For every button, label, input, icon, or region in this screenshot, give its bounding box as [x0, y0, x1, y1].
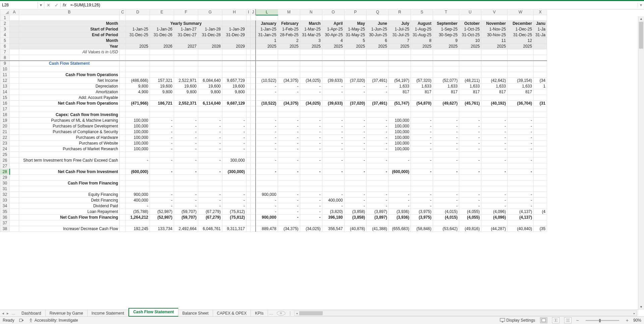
cell[interactable]: 31-May-25	[344, 32, 366, 38]
cell[interactable]: -	[174, 141, 198, 146]
cell[interactable]: 2025	[459, 44, 481, 49]
cell[interactable]: -	[198, 123, 222, 129]
confirm-icon[interactable]: ✓	[52, 3, 60, 8]
cell[interactable]: (4,096)	[481, 209, 507, 215]
cell[interactable]: 2028	[198, 44, 222, 49]
zoom-in-button[interactable]: +	[626, 318, 629, 323]
cell[interactable]	[251, 72, 256, 78]
col-header-N[interactable]: N	[300, 9, 322, 15]
col-header-M[interactable]: M	[278, 9, 300, 15]
cell[interactable]	[256, 72, 278, 78]
cell[interactable]: -	[459, 192, 481, 198]
col-header-S[interactable]: S	[411, 9, 433, 15]
cell[interactable]	[300, 220, 322, 226]
cell[interactable]: 2,552,371	[174, 101, 198, 106]
cell[interactable]	[120, 32, 126, 38]
cell[interactable]: -	[367, 198, 389, 203]
cell[interactable]: 30-Nov-25	[481, 32, 507, 38]
cell[interactable]	[19, 55, 120, 61]
sheet-tab-kpis[interactable]: KPIs	[251, 310, 268, 317]
cell[interactable]: (37,020)	[344, 78, 366, 84]
cell[interactable]	[300, 55, 322, 61]
cell[interactable]	[300, 61, 322, 66]
row-header-6[interactable]: 6	[0, 44, 10, 49]
cell[interactable]: 100,000	[389, 118, 411, 123]
cell[interactable]	[247, 180, 251, 186]
cell[interactable]	[344, 106, 366, 112]
cell[interactable]: -	[198, 158, 222, 163]
cell[interactable]	[256, 220, 278, 226]
col-header-H[interactable]: H	[222, 9, 247, 15]
cell[interactable]: 400,000	[126, 198, 150, 203]
cell[interactable]: -	[322, 123, 344, 129]
cell[interactable]: -	[481, 203, 507, 209]
cell[interactable]	[19, 106, 120, 112]
cell[interactable]	[247, 106, 251, 112]
spreadsheet-grid[interactable]: ABCDEFGHIJLMNOPQRSTUVWX12MonthYearly Sum…	[0, 9, 644, 316]
cell[interactable]: -	[481, 198, 507, 203]
cell[interactable]: 817	[433, 89, 459, 95]
cell[interactable]	[222, 49, 247, 55]
cell[interactable]	[10, 66, 19, 72]
cell[interactable]: -	[411, 146, 433, 152]
cell[interactable]: 2027	[174, 44, 198, 49]
cell[interactable]	[174, 112, 198, 118]
cell[interactable]	[251, 135, 256, 141]
cell[interactable]	[481, 15, 507, 21]
cell[interactable]	[126, 49, 150, 55]
cell[interactable]	[278, 163, 300, 169]
cell[interactable]	[433, 186, 459, 192]
cell[interactable]	[256, 15, 278, 21]
cell[interactable]	[411, 61, 433, 66]
cell[interactable]: -	[411, 129, 433, 135]
cell[interactable]: 2025	[411, 44, 433, 49]
cell[interactable]	[198, 61, 222, 66]
cell[interactable]: Purchases of Website	[19, 141, 120, 146]
hscroll-right-icon[interactable]: ▸	[632, 312, 637, 315]
cell[interactable]	[247, 123, 251, 129]
cell[interactable]	[126, 175, 150, 180]
cell[interactable]: 100,000	[126, 135, 150, 141]
cell[interactable]	[10, 203, 19, 209]
cell[interactable]	[120, 180, 126, 186]
cell[interactable]: 9,800	[222, 89, 247, 95]
cell[interactable]: (53,642)	[433, 226, 459, 232]
cell[interactable]: -	[411, 141, 433, 146]
cell[interactable]	[126, 180, 150, 186]
cell[interactable]: 2025	[507, 44, 534, 49]
cell[interactable]	[344, 175, 366, 180]
cell[interactable]	[198, 220, 222, 226]
cell[interactable]	[174, 61, 198, 66]
cell[interactable]: -	[459, 169, 481, 175]
fx-icon[interactable]: fx	[60, 3, 68, 7]
cell[interactable]	[10, 163, 19, 169]
cell[interactable]	[19, 152, 120, 158]
cell[interactable]	[534, 112, 547, 118]
cell[interactable]	[10, 72, 19, 78]
cell[interactable]	[278, 95, 300, 101]
cell[interactable]	[256, 163, 278, 169]
cell[interactable]	[534, 146, 547, 152]
cell[interactable]	[481, 72, 507, 78]
cell[interactable]	[507, 66, 534, 72]
cell[interactable]	[150, 61, 174, 66]
cell[interactable]	[322, 72, 344, 78]
cell[interactable]	[367, 55, 389, 61]
row-header-11[interactable]: 11	[0, 72, 10, 78]
cell[interactable]	[344, 61, 366, 66]
row-header-9[interactable]: 9	[0, 61, 10, 66]
cell[interactable]: -	[367, 135, 389, 141]
cell[interactable]: Net Income	[19, 78, 120, 84]
cell[interactable]	[120, 84, 126, 89]
cell[interactable]: October	[459, 21, 481, 26]
cell[interactable]: -	[300, 135, 322, 141]
view-normal-button[interactable]	[540, 317, 547, 323]
cell[interactable]	[433, 175, 459, 180]
cell[interactable]: 2025	[300, 44, 322, 49]
cell[interactable]	[507, 175, 534, 180]
cell[interactable]: 1-Jan-27	[174, 26, 198, 32]
row-header-17[interactable]: 17	[0, 106, 10, 112]
cell[interactable]	[247, 118, 251, 123]
cell[interactable]	[247, 135, 251, 141]
cell[interactable]	[344, 180, 366, 186]
